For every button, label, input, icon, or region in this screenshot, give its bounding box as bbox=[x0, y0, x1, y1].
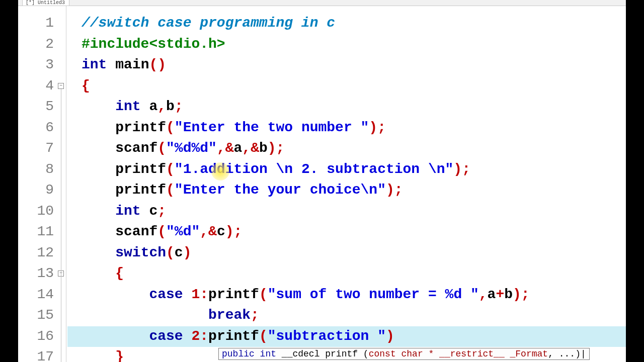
preproc-token: #include<stdio.h> bbox=[82, 36, 225, 52]
line-number: 17 bbox=[26, 349, 54, 362]
code-line[interactable]: printf("Enter the two number "); bbox=[82, 120, 386, 135]
code-line[interactable]: int main() bbox=[82, 57, 166, 72]
line-number: 15 bbox=[26, 307, 54, 323]
line-number: 16 bbox=[26, 328, 54, 344]
line-number: 6 bbox=[26, 120, 54, 135]
code-line[interactable]: switch(c) bbox=[82, 245, 191, 260]
code-line[interactable]: break; bbox=[82, 307, 259, 323]
code-line[interactable]: int a,b; bbox=[82, 99, 183, 114]
file-tab[interactable]: [*] Untitled3 bbox=[22, 0, 69, 6]
line-number: 13 bbox=[26, 265, 54, 281]
fold-toggle-icon[interactable]: − bbox=[58, 83, 64, 89]
line-number: 10 bbox=[26, 203, 54, 219]
code-line[interactable]: { bbox=[82, 78, 90, 94]
code-line[interactable]: printf("Enter the your choice\n"); bbox=[82, 182, 403, 198]
line-number: 3 bbox=[26, 57, 54, 72]
code-line[interactable]: printf("1.addition \n 2. subtraction \n"… bbox=[82, 161, 470, 177]
gutter: 1234567891011121314151617−− bbox=[18, 6, 66, 362]
line-number: 14 bbox=[26, 287, 54, 302]
line-number: 12 bbox=[26, 245, 54, 260]
tab-bar: [*] Untitled3 bbox=[18, 0, 626, 6]
code-line[interactable]: } bbox=[82, 349, 124, 362]
line-number: 4 bbox=[26, 78, 54, 94]
line-number: 2 bbox=[26, 36, 54, 52]
comment-token: //switch case programming in c bbox=[82, 15, 335, 31]
code-line[interactable]: int c; bbox=[82, 203, 166, 219]
code-line[interactable]: { bbox=[82, 265, 124, 281]
file-tab-label: [*] Untitled3 bbox=[26, 0, 65, 6]
code-line[interactable]: case 2:printf("subtraction ") bbox=[82, 328, 394, 344]
line-number: 5 bbox=[26, 99, 54, 114]
code-editor[interactable]: 1234567891011121314151617−− //switch cas… bbox=[18, 6, 626, 362]
line-number: 11 bbox=[26, 224, 54, 239]
code-line[interactable]: //switch case programming in c bbox=[82, 15, 335, 31]
code-line[interactable]: scanf("%d",&c); bbox=[82, 224, 242, 239]
fold-guide bbox=[61, 89, 61, 363]
line-number: 9 bbox=[26, 182, 54, 198]
line-number: 8 bbox=[26, 161, 54, 177]
code-line[interactable]: case 1:printf("sum of two number = %d ",… bbox=[82, 287, 530, 302]
code-area[interactable]: //switch case programming in c #include<… bbox=[67, 6, 626, 362]
code-line[interactable]: #include<stdio.h> bbox=[82, 36, 225, 52]
code-line[interactable]: scanf("%d%d",&a,&b); bbox=[82, 140, 284, 156]
line-number: 7 bbox=[26, 140, 54, 156]
line-number: 1 bbox=[26, 15, 54, 31]
editor-window: [*] Untitled3 1234567891011121314151617−… bbox=[18, 0, 626, 362]
calltip-tooltip: public int __cdecl printf (const char * … bbox=[218, 348, 590, 360]
